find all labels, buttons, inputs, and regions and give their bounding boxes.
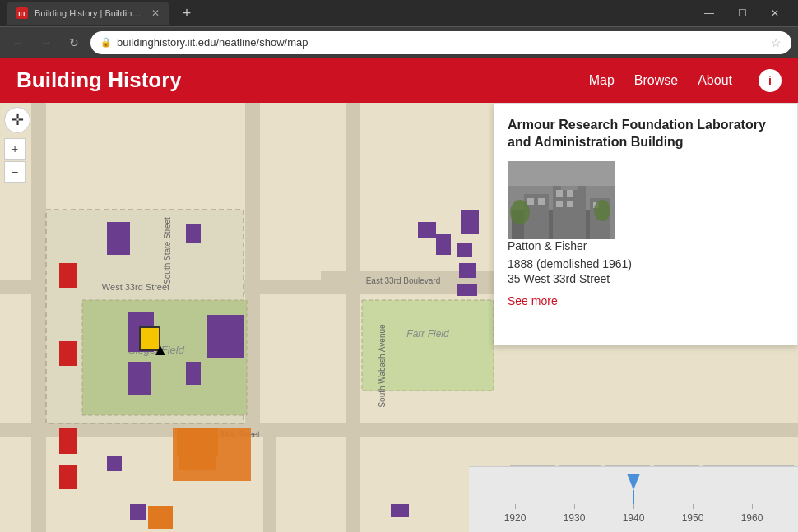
svg-rect-71 [556,201,563,207]
timeline-arrow [627,474,640,490]
tick-1960 [752,504,753,509]
timeline-label-1960: 1960 [741,512,763,524]
nav-about-link[interactable]: About [698,73,732,88]
svg-rect-6 [346,103,360,532]
app-container: Building History Map Browse About i [0,58,798,532]
svg-rect-38 [148,506,173,529]
tick-1920 [515,504,516,509]
timeline-label-1930: 1930 [564,512,586,524]
popup-building-title: Armour Research Foundation Laboratory an… [508,117,784,151]
app-title: Building History [16,67,589,93]
svg-rect-34 [59,428,77,454]
timeline-label-1920: 1920 [504,512,527,524]
tick-1930 [574,504,575,509]
new-tab-button[interactable]: + [176,2,197,24]
svg-point-75 [594,200,610,221]
svg-rect-29 [391,504,409,517]
zoom-out-button[interactable]: − [4,161,26,183]
svg-text:East 33rd Boulevard: East 33rd Boulevard [366,276,441,285]
nav-map-link[interactable]: Map [589,73,615,88]
svg-rect-30 [436,234,451,255]
bookmark-star-icon[interactable]: ☆ [771,36,782,49]
svg-rect-27 [459,263,476,278]
svg-rect-20 [186,224,201,243]
tick-1950 [693,504,694,509]
timeline-label-1940: 1940 [623,512,645,524]
building-popup: Armour Research Foundation Laboratory an… [494,103,798,345]
lock-icon: 🔒 [100,37,112,48]
svg-rect-22 [128,362,151,395]
svg-point-74 [510,200,530,224]
svg-rect-40 [173,428,251,481]
forward-button[interactable]: → [35,31,58,54]
svg-rect-69 [556,190,563,197]
svg-rect-32 [59,263,77,288]
window-close-button[interactable]: ✕ [759,0,791,26]
svg-rect-28 [457,284,477,296]
url-text: buildinghistory.iit.edu/neatline/show/ma… [117,36,766,49]
svg-rect-4 [31,103,46,532]
timeline-marker [627,474,640,508]
popup-building-image [508,161,615,239]
tab-close-button[interactable]: ✕ [151,7,160,19]
svg-rect-67 [527,198,534,205]
svg-rect-36 [107,456,122,471]
svg-rect-19 [107,222,130,255]
address-bar[interactable]: 🔒 buildinghistory.iit.edu/neatline/show/… [90,31,791,54]
back-button[interactable]: ← [7,31,30,54]
zoom-in-button[interactable]: + [4,138,26,160]
svg-rect-70 [567,190,573,197]
browser-toolbar: ← → ↻ 🔒 buildinghistory.iit.edu/neatline… [0,26,798,58]
svg-rect-59 [140,327,160,350]
svg-rect-3 [0,423,798,437]
svg-text:Farr Field: Farr Field [406,328,449,340]
app-header: Building History Map Browse About i [0,58,798,103]
tick-1940 [633,504,634,509]
browser-tab[interactable]: IIT Building History | Building Histo...… [7,2,169,25]
svg-rect-31 [418,222,436,238]
svg-rect-68 [538,198,545,205]
svg-rect-24 [207,315,244,358]
reload-button[interactable]: ↻ [63,31,86,54]
popup-see-more-link[interactable]: See more [508,294,558,308]
svg-rect-26 [457,243,472,257]
timeline-label-1950: 1950 [682,512,704,524]
svg-rect-72 [567,201,573,207]
map-controls: ✛ + − [4,107,30,183]
svg-rect-35 [59,465,77,489]
info-button[interactable]: i [759,69,782,92]
window-controls: — ☐ ✕ [693,0,791,26]
popup-address: 35 West 33rd Street [508,272,784,285]
window-maximize-button[interactable]: ☐ [726,0,759,26]
svg-rect-33 [59,341,77,366]
svg-text:South Wabash Avenue: South Wabash Avenue [378,324,387,408]
svg-rect-5 [245,103,260,432]
tab-title: Building History | Building Histo... [35,8,142,18]
map-container[interactable]: South La Salle Street West 33rd Street E… [0,103,798,532]
timeline-bar: 1920 1930 1940 1950 1960 [469,466,798,532]
tab-favicon: IIT [16,7,28,19]
svg-text:West 33rd Street: West 33rd Street [102,282,169,292]
browser-chrome: IIT Building History | Building Histo...… [0,0,798,58]
popup-year: 1888 (demolished 1961) [508,257,784,271]
header-nav: Map Browse About i [589,69,782,92]
nav-browse-link[interactable]: Browse [634,73,678,88]
svg-rect-41 [130,504,146,520]
svg-rect-25 [461,210,479,234]
svg-rect-7 [263,432,276,532]
svg-text:South State Street: South State Street [163,217,172,285]
popup-architect: Patton & Fisher [508,239,784,252]
browser-titlebar: IIT Building History | Building Histo...… [0,0,798,26]
window-minimize-button[interactable]: — [693,0,726,26]
svg-rect-23 [186,362,201,385]
svg-rect-76 [508,161,615,186]
compass-control[interactable]: ✛ [4,107,30,133]
